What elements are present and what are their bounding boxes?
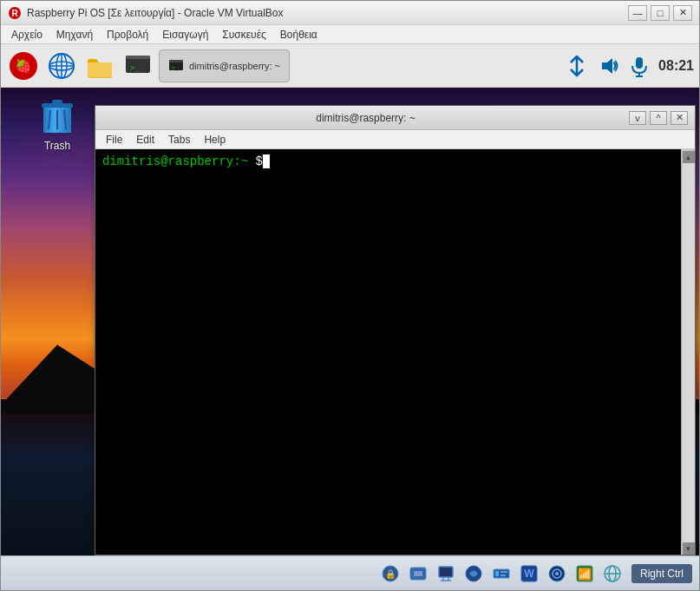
toolbar: 🍓 >_ xyxy=(1,44,699,88)
toolbar-right: 08:21 xyxy=(565,54,694,78)
svg-rect-15 xyxy=(169,60,183,62)
menu-item-devices[interactable]: Συσκευές xyxy=(215,27,272,43)
scrollbar-track xyxy=(683,163,695,542)
desktop: Trash dimitris@raspberry: ~ v ^ ✕ File E… xyxy=(1,88,699,590)
terminal-window-title: dimitris@raspberry: ~ xyxy=(102,112,629,124)
terminal-maximize-button[interactable]: ^ xyxy=(650,111,667,125)
virtualbox-window: R Raspberry Pi OS [Σε λειτουργία] - Orac… xyxy=(0,0,700,591)
svg-text:>_: >_ xyxy=(172,64,179,71)
active-terminal-label: dimitris@raspberry: ~ xyxy=(189,61,280,71)
trash-icon[interactable]: Trash xyxy=(27,95,88,152)
terminal-window: dimitris@raspberry: ~ v ^ ✕ File Edit Ta… xyxy=(95,105,696,555)
menu-item-help[interactable]: Βοήθεια xyxy=(273,27,324,43)
taskbar-icon-4[interactable] xyxy=(461,561,486,586)
terminal-icon-button[interactable]: >_ xyxy=(121,49,155,83)
scrollbar-down-button[interactable]: ▼ xyxy=(683,542,695,555)
terminal-close-button[interactable]: ✕ xyxy=(671,111,688,125)
window-title: Raspberry Pi OS [Σε λειτουργία] - Oracle… xyxy=(27,7,628,19)
right-ctrl-button[interactable]: Right Ctrl xyxy=(631,564,692,583)
terminal-menu-edit[interactable]: Edit xyxy=(129,132,161,148)
terminal-dollar-sign: $ xyxy=(248,154,263,168)
close-button[interactable]: ✕ xyxy=(673,5,692,21)
terminal-scrollbar[interactable]: ▲ ▼ xyxy=(681,149,695,555)
terminal-menu-tabs[interactable]: Tabs xyxy=(161,132,197,148)
terminal-menu-bar: File Edit Tabs Help xyxy=(95,130,695,149)
taskbar-icon-6[interactable]: W xyxy=(517,561,541,586)
maximize-button[interactable]: □ xyxy=(651,5,670,21)
taskbar-icon-globe[interactable] xyxy=(600,561,625,586)
minimize-button[interactable]: — xyxy=(628,5,647,21)
sort-icon[interactable] xyxy=(565,54,589,78)
svg-rect-33 xyxy=(439,567,453,577)
menu-item-file[interactable]: Αρχείο xyxy=(4,27,49,43)
svg-text:R: R xyxy=(11,9,18,18)
svg-rect-42 xyxy=(500,575,506,576)
menu-item-machine[interactable]: Μηχανή xyxy=(49,27,100,43)
terminal-minimize-button[interactable]: v xyxy=(629,111,646,125)
svg-rect-19 xyxy=(636,57,643,69)
terminal-window-controls: v ^ ✕ xyxy=(629,111,688,125)
svg-rect-41 xyxy=(500,571,507,573)
taskbar: 🔒 xyxy=(1,555,699,590)
svg-rect-25 xyxy=(52,100,62,104)
microphone-icon[interactable] xyxy=(627,54,651,78)
clock-display: 08:21 xyxy=(658,58,694,74)
svg-text:🍓: 🍓 xyxy=(15,58,32,75)
active-terminal-tab[interactable]: >_ dimitris@raspberry: ~ xyxy=(159,49,290,82)
menu-item-view[interactable]: Προβολή xyxy=(100,27,155,43)
raspberry-pi-button[interactable]: 🍓 xyxy=(6,49,41,83)
taskbar-icon-5[interactable] xyxy=(489,561,514,586)
svg-text:W: W xyxy=(524,568,534,580)
trash-label: Trash xyxy=(44,140,70,152)
vbox-window-icon: R xyxy=(8,6,22,20)
terminal-menu-file[interactable]: File xyxy=(99,132,129,148)
taskbar-icon-8[interactable]: 📶 xyxy=(572,561,597,586)
svg-point-47 xyxy=(555,572,559,575)
volume-icon[interactable] xyxy=(596,54,620,78)
svg-rect-32 xyxy=(414,571,422,576)
window-controls: — □ ✕ xyxy=(628,5,692,21)
svg-marker-18 xyxy=(602,58,612,74)
globe-button[interactable] xyxy=(44,49,79,83)
svg-rect-40 xyxy=(495,571,499,576)
terminal-prompt-text: dimitris@raspberry:~ xyxy=(102,154,248,168)
taskbar-icon-3[interactable] xyxy=(434,561,458,586)
folder-button[interactable] xyxy=(82,49,117,83)
svg-rect-10 xyxy=(88,62,112,76)
trash-icon-image xyxy=(36,95,78,136)
terminal-cursor xyxy=(263,154,270,168)
taskbar-icon-1[interactable]: 🔒 xyxy=(378,561,402,586)
terminal-title-bar: dimitris@raspberry: ~ v ^ ✕ xyxy=(95,106,695,130)
svg-text:🔒: 🔒 xyxy=(385,568,396,580)
terminal-body-wrapper: dimitris@raspberry:~ $ ▲ ▼ xyxy=(95,149,695,555)
svg-rect-12 xyxy=(126,56,150,59)
taskbar-icon-7[interactable] xyxy=(545,561,569,586)
svg-text:📶: 📶 xyxy=(578,567,592,581)
menu-item-insert[interactable]: Εισαγωγή xyxy=(155,27,215,43)
title-bar: R Raspberry Pi OS [Σε λειτουργία] - Orac… xyxy=(1,1,699,25)
terminal-body[interactable]: dimitris@raspberry:~ $ xyxy=(95,149,681,555)
svg-text:>_: >_ xyxy=(130,63,140,72)
menu-bar: Αρχείο Μηχανή Προβολή Εισαγωγή Συσκευές … xyxy=(1,25,699,44)
taskbar-icon-2[interactable] xyxy=(406,561,430,586)
terminal-menu-help[interactable]: Help xyxy=(197,132,232,148)
scrollbar-up-button[interactable]: ▲ xyxy=(683,151,695,163)
